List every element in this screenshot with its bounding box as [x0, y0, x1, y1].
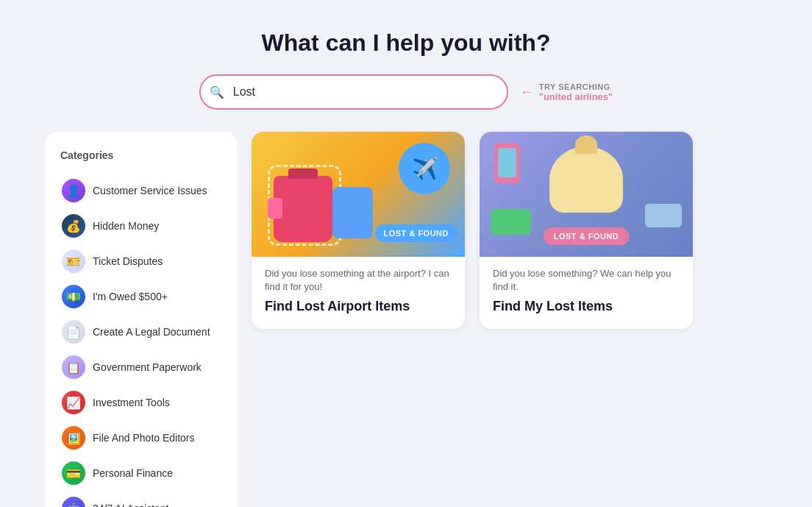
- sidebar-item-gov-paperwork[interactable]: 📋 Government Paperwork: [57, 350, 225, 385]
- card-lost-image: LOST & FOUND: [480, 132, 693, 257]
- try-searching-block: ← TRY SEARCHING "united airlines": [520, 82, 613, 102]
- sidebar-item-customer-service[interactable]: 👤 Customer Service Issues: [57, 173, 225, 208]
- phone-illustration: [494, 143, 520, 183]
- sidebar-item-personal-finance[interactable]: 💳 Personal Finance: [57, 455, 225, 491]
- card-find-lost[interactable]: LOST & FOUND Did you lose something? We …: [480, 132, 693, 329]
- category-label: Hidden Money: [93, 219, 159, 233]
- lost-found-badge-blue: LOST & FOUND: [375, 224, 458, 242]
- try-searching-label: TRY SEARCHING: [539, 82, 610, 91]
- try-searching: TRY SEARCHING "united airlines": [539, 82, 613, 102]
- category-label: Ticket Disputes: [93, 255, 163, 268]
- cards-area: ✈️ LOST & FOUND Did you lose something a…: [252, 132, 766, 329]
- wallet-illustration: [491, 209, 531, 235]
- sidebar-title: Categories: [57, 149, 225, 161]
- category-label: Personal Finance: [93, 467, 173, 480]
- ticket-disputes-icon: 🎫: [62, 249, 85, 273]
- category-label: 24/7 AI Assistant: [93, 502, 169, 507]
- category-label: I'm Owed $500+: [93, 290, 168, 303]
- luggage-illustration: [332, 187, 373, 238]
- card-content: Did you lose something? We can help you …: [480, 257, 693, 329]
- category-label: Create A Legal Document: [93, 325, 210, 338]
- investment-tools-icon: 📈: [62, 391, 85, 414]
- sweater-illustration: [549, 146, 623, 213]
- category-label: Investment Tools: [93, 396, 170, 409]
- lost-found-badge-pink: LOST & FOUND: [544, 227, 630, 245]
- sidebar: Categories 👤 Customer Service Issues 💰 H…: [46, 132, 237, 507]
- card-content: Did you lose something at the airport? I…: [252, 257, 465, 329]
- search-input[interactable]: [199, 74, 508, 110]
- content-area: Categories 👤 Customer Service Issues 💰 H…: [46, 132, 766, 507]
- card-title: Find My Lost Items: [493, 298, 680, 315]
- personal-finance-icon: 💳: [62, 461, 85, 485]
- card-airport-lost[interactable]: ✈️ LOST & FOUND Did you lose something a…: [252, 132, 465, 329]
- ai-assistant-icon: 🤖: [62, 497, 85, 507]
- sidebar-item-owed-500[interactable]: 💵 I'm Owed $500+: [57, 279, 225, 314]
- bag-tag: [268, 198, 282, 219]
- card-item-illustration: [645, 204, 682, 227]
- search-icon: 🔍: [210, 85, 224, 99]
- sidebar-item-hidden-money[interactable]: 💰 Hidden Money: [57, 208, 225, 244]
- photo-editors-icon: 🖼️: [62, 426, 85, 450]
- card-subtitle: Did you lose something? We can help you …: [493, 267, 680, 294]
- sidebar-item-investment-tools[interactable]: 📈 Investment Tools: [57, 385, 225, 420]
- sidebar-item-legal-document[interactable]: 📄 Create A Legal Document: [57, 314, 225, 350]
- owed-500-icon: 💵: [62, 285, 85, 308]
- category-label: Government Paperwork: [93, 361, 202, 374]
- plane-circle: ✈️: [399, 143, 450, 194]
- arrow-icon: ←: [520, 85, 533, 100]
- card-subtitle: Did you lose something at the airport? I…: [265, 267, 452, 294]
- sidebar-item-ticket-disputes[interactable]: 🎫 Ticket Disputes: [57, 244, 225, 279]
- customer-service-icon: 👤: [62, 179, 85, 202]
- gov-paperwork-icon: 📋: [62, 355, 85, 379]
- page-container: What can I help you with? 🔍 ← TRY SEARCH…: [0, 0, 812, 507]
- page-title: What can I help you with?: [262, 29, 551, 57]
- sidebar-item-ai-assistant[interactable]: 🤖 24/7 AI Assistant: [57, 491, 225, 507]
- search-wrapper: 🔍: [199, 74, 508, 110]
- sidebar-item-photo-editors[interactable]: 🖼️ File And Photo Editors: [57, 420, 225, 455]
- bag-illustration: [274, 176, 332, 242]
- category-label: File And Photo Editors: [93, 431, 195, 444]
- legal-document-icon: 📄: [62, 320, 85, 344]
- search-area: 🔍 ← TRY SEARCHING "united airlines": [199, 74, 613, 110]
- card-title: Find Lost Airport Items: [265, 298, 452, 315]
- try-searching-term: "united airlines": [539, 91, 613, 102]
- hidden-money-icon: 💰: [62, 214, 85, 238]
- card-airport-image: ✈️ LOST & FOUND: [252, 132, 465, 257]
- category-label: Customer Service Issues: [93, 184, 207, 197]
